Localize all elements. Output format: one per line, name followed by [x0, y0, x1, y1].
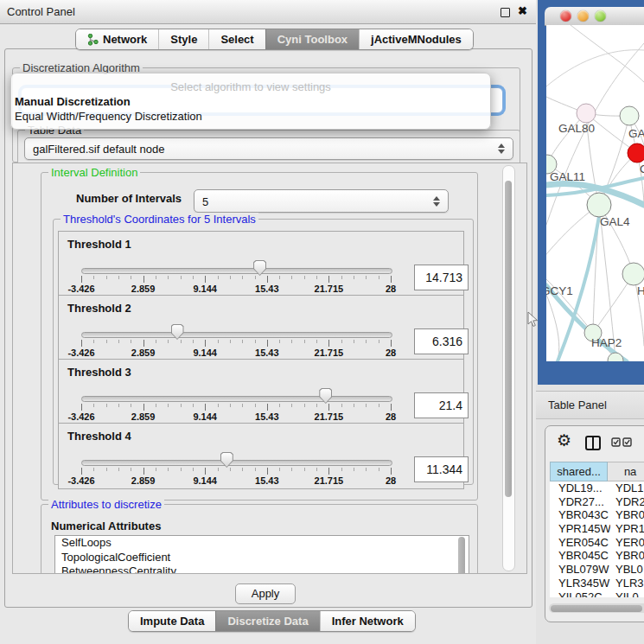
threshold-value-field[interactable]: 6.316 — [414, 328, 469, 354]
threshold-value-field[interactable]: 11.344 — [414, 456, 469, 482]
tab-network[interactable]: Network — [76, 29, 158, 49]
threshold-panel-2: Threshold 2-3.4262.8599.14415.4321.71528… — [58, 295, 464, 361]
tick-mark — [193, 404, 194, 407]
tab-select[interactable]: Select — [208, 29, 265, 49]
attribute-list-item[interactable]: SelfLoops — [55, 536, 469, 551]
settings-scrollbar-thumb[interactable] — [505, 181, 512, 497]
tick-mark — [131, 340, 131, 343]
tab-impute-data[interactable]: Impute Data — [129, 611, 215, 631]
popup-option-manual-discretization[interactable]: Manual Discretization — [15, 95, 131, 108]
network-node[interactable] — [587, 193, 611, 217]
tick-mark — [379, 276, 379, 279]
tick-mark — [131, 468, 131, 471]
table-row[interactable]: YIL052CYIL0 — [550, 590, 644, 598]
attribute-list-scrollbar-thumb[interactable] — [458, 537, 465, 574]
attribute-list-item[interactable]: BetweennessCentrality — [55, 564, 469, 574]
tab-cyni-toolbox[interactable]: Cyni Toolbox — [265, 29, 359, 49]
network-node[interactable] — [577, 104, 596, 123]
network-node[interactable] — [622, 263, 644, 285]
attribute-list-item[interactable]: TopologicalCoefficient — [55, 551, 469, 565]
settings-scrollbar-track[interactable] — [502, 165, 515, 571]
float-window-icon[interactable] — [501, 8, 510, 17]
table-hscrollbar-track[interactable] — [549, 603, 644, 613]
tick-mark — [391, 276, 392, 283]
node-label: HAP2 — [591, 336, 622, 349]
tick-mark — [255, 340, 256, 343]
number-of-intervals-combobox[interactable]: 5 — [194, 189, 449, 213]
cell-name: YDR2 — [610, 495, 644, 509]
network-graph: GAL80GACGAL11GAL4GCY1HHAP2 — [546, 25, 644, 361]
tick-label: 15.43 — [255, 411, 279, 422]
popup-option-equal-width-frequency[interactable]: Equal Width/Frequency Discretization — [15, 110, 202, 123]
tick-mark — [118, 276, 119, 279]
threshold-panel-4: Threshold 4-3.4262.8599.14415.4321.71528… — [58, 423, 464, 489]
node-label: C — [640, 163, 644, 175]
tick-mark — [156, 276, 156, 279]
numerical-attributes-label: Numerical Attributes — [51, 520, 161, 532]
cell-name: YBR0 — [610, 508, 644, 522]
tab-style[interactable]: Style — [158, 29, 208, 49]
table-row[interactable]: YBL079WYBL0 — [550, 563, 644, 577]
column-header-shared-name[interactable]: shared... — [550, 462, 608, 481]
combo-arrows-icon — [433, 196, 441, 207]
tab-jactivemnodules[interactable]: jActiveMNodules — [359, 29, 473, 49]
tick-label: 28 — [386, 411, 396, 422]
apply-button[interactable]: Apply — [235, 583, 296, 604]
tab-discretize-data[interactable]: Discretize Data — [215, 611, 319, 631]
tick-mark — [379, 468, 379, 471]
tick-mark — [316, 340, 317, 343]
table-row[interactable]: YLR345WYLR3 — [550, 577, 644, 590]
gear-icon[interactable]: ⚙ — [557, 432, 571, 449]
combo-arrows-icon — [498, 143, 506, 154]
table-row[interactable]: YBR045CYBR0 — [550, 549, 644, 563]
slider-track[interactable] — [81, 396, 392, 402]
network-window-titlebar — [545, 7, 644, 26]
close-icon[interactable]: ✖ — [518, 4, 527, 17]
network-node[interactable] — [608, 353, 623, 361]
attributes-legend: Attributes to discretize — [48, 498, 164, 511]
tick-mark — [93, 468, 94, 471]
column-header-name[interactable]: na — [608, 462, 644, 481]
slider-track[interactable] — [81, 460, 392, 466]
network-icon — [87, 34, 99, 46]
table-row[interactable]: YDR27...YDR2 — [550, 495, 644, 509]
table-panel-title: Table Panel — [548, 399, 607, 411]
table-row[interactable]: YBR043CYBR0 — [550, 508, 644, 522]
tab-infer-network[interactable]: Infer Network — [320, 611, 415, 631]
table-row[interactable]: YER054CYER0 — [550, 536, 644, 550]
network-canvas[interactable]: GAL80GACGAL11GAL4GCY1HHAP2 — [546, 25, 644, 361]
tick-mark — [205, 468, 206, 475]
network-node[interactable] — [628, 143, 644, 163]
checkbox-icon[interactable] — [611, 437, 621, 447]
mouse-cursor — [527, 311, 539, 328]
split-columns-icon[interactable] — [585, 436, 601, 450]
tick-mark — [218, 404, 219, 407]
slider-track[interactable] — [81, 268, 392, 274]
cell-shared-name: YDR27... — [550, 495, 610, 509]
threshold-value-field[interactable]: 21.4 — [414, 392, 469, 418]
tick-mark — [366, 468, 367, 471]
table-row[interactable]: YDL19...YDL1 — [550, 481, 644, 495]
tick-mark — [328, 340, 329, 347]
tick-mark — [267, 468, 268, 475]
table-hscrollbar-thumb[interactable] — [551, 605, 642, 612]
tick-mark — [156, 340, 156, 343]
tick-label: 15.43 — [255, 284, 279, 294]
zoom-traffic-light-icon[interactable] — [595, 10, 606, 22]
tick-mark — [218, 340, 219, 343]
threshold-panel-3: Threshold 3-3.4262.8599.14415.4321.71528… — [58, 359, 464, 425]
cell-name: YBR0 — [610, 549, 644, 563]
table-row[interactable]: YPR145WYPR1 — [550, 522, 644, 536]
tick-mark — [81, 276, 82, 283]
network-node[interactable] — [620, 106, 639, 125]
numerical-attributes-list[interactable]: SelfLoopsTopologicalCoefficientBetweenne… — [54, 535, 469, 574]
close-traffic-light-icon[interactable] — [560, 10, 571, 22]
table-data-combo-value: galFiltered.sif default node — [33, 143, 164, 156]
checkbox-icon[interactable] — [622, 437, 632, 447]
threshold-value-field[interactable]: 14.713 — [414, 265, 469, 290]
minimize-traffic-light-icon[interactable] — [577, 10, 589, 22]
slider-track[interactable] — [81, 332, 392, 338]
cell-name: YER0 — [610, 536, 644, 550]
tick-mark — [242, 340, 243, 343]
table-data-combobox[interactable]: galFiltered.sif default node — [24, 137, 513, 160]
